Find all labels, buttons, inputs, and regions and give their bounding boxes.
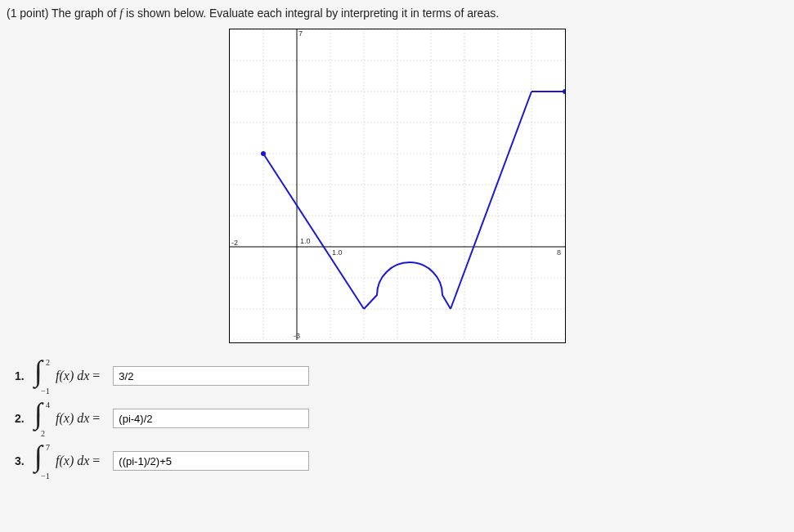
graph-svg: 7 -2 -3 8 1.0 1.0: [230, 29, 565, 340]
q1-upper: 2: [46, 358, 50, 367]
q2-lower: 2: [41, 429, 45, 438]
q3-answer-input[interactable]: [113, 451, 309, 471]
q1-integral: ∫ −1 2 f(x) dx =: [34, 360, 103, 392]
curve-arc: [364, 262, 451, 309]
q3-equals: =: [92, 454, 100, 468]
q2-number: 2.: [15, 412, 26, 425]
q2-answer-input[interactable]: [113, 409, 309, 428]
grid: [230, 29, 565, 340]
questions-list: 1. ∫ −1 2 f(x) dx = 2. ∫ 2 4 f(x) dx = 3…: [7, 360, 787, 477]
q1-answer-input[interactable]: [113, 366, 309, 386]
x-left-label: -2: [231, 239, 238, 247]
question-row-2: 2. ∫ 2 4 f(x) dx =: [15, 402, 787, 435]
problem-statement: (1 point) The graph of f is shown below.…: [7, 7, 787, 20]
q1-integrand: f(x) dx: [56, 369, 89, 383]
q1-lower: −1: [41, 387, 50, 396]
q2-equals: =: [92, 411, 100, 426]
integral-icon: ∫: [34, 355, 43, 387]
q2-upper: 4: [46, 400, 50, 409]
x-right-label: 8: [557, 248, 561, 257]
q3-upper: 7: [46, 443, 50, 452]
q2-integrand: f(x) dx: [56, 411, 89, 426]
problem-suffix: is shown below. Evaluate each integral b…: [123, 7, 499, 20]
graph-container: 7 -2 -3 8 1.0 1.0: [7, 29, 787, 343]
question-row-3: 3. ∫ −1 7 f(x) dx =: [15, 445, 787, 477]
q2-integral: ∫ 2 4 f(x) dx =: [34, 402, 103, 435]
q3-integrand: f(x) dx: [56, 454, 89, 468]
problem-prefix: (1 point) The graph of: [7, 7, 119, 20]
start-point: [261, 151, 266, 156]
x1-label: 1.0: [332, 248, 343, 257]
q1-number: 1.: [15, 369, 26, 382]
curve-seg-3: [451, 92, 532, 309]
q3-number: 3.: [15, 454, 26, 467]
integral-icon: ∫: [34, 397, 43, 430]
curve-seg-1: [263, 154, 364, 309]
y-top-label: 7: [298, 29, 303, 38]
graph-box: 7 -2 -3 8 1.0 1.0: [229, 29, 566, 343]
y-bottom-label: -3: [294, 332, 300, 340]
q3-integral: ∫ −1 7 f(x) dx =: [34, 445, 103, 477]
q1-equals: =: [92, 369, 100, 383]
integral-icon: ∫: [34, 440, 43, 472]
question-row-1: 1. ∫ −1 2 f(x) dx =: [15, 360, 787, 392]
origin-label: 1.0: [300, 237, 311, 245]
end-point: [563, 89, 565, 94]
q3-lower: −1: [41, 472, 50, 481]
